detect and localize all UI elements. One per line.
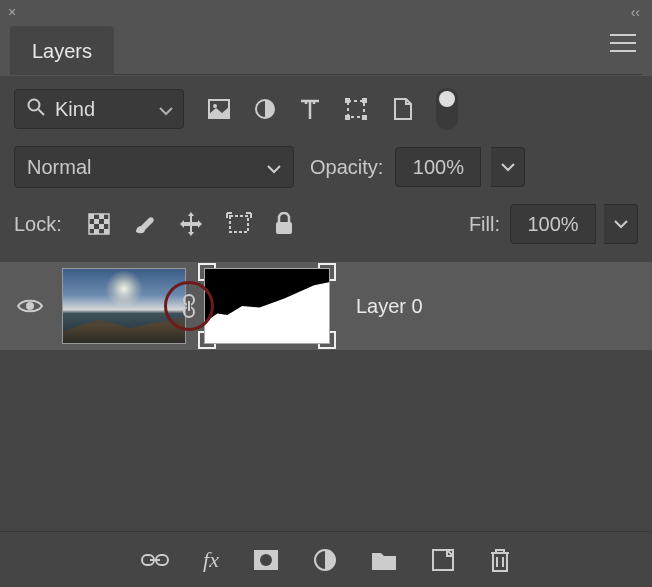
- filter-kind-label: Kind: [55, 98, 159, 121]
- filter-kind-dropdown[interactable]: Kind: [14, 89, 184, 129]
- filter-pixel-icon[interactable]: [208, 99, 230, 119]
- chevron-down-icon: [267, 156, 281, 179]
- layers-list: Layer 0: [0, 252, 652, 360]
- lock-row: Lock:: [0, 196, 652, 252]
- svg-rect-6: [362, 98, 367, 103]
- blend-mode-dropdown[interactable]: Normal: [14, 146, 294, 188]
- svg-point-20: [26, 302, 34, 310]
- panel-tabs: Layers: [0, 24, 652, 76]
- svg-rect-14: [89, 224, 94, 229]
- chevron-down-icon: [159, 98, 173, 121]
- svg-rect-13: [104, 219, 109, 224]
- svg-rect-17: [104, 229, 109, 234]
- filter-toggle[interactable]: [436, 88, 458, 130]
- lock-transparency-icon[interactable]: [88, 213, 110, 235]
- blend-row: Normal Opacity: 100%: [0, 138, 652, 196]
- filter-smartobject-icon[interactable]: [392, 97, 414, 121]
- panel-topbar: × ‹‹: [0, 0, 652, 24]
- lock-label: Lock:: [14, 213, 68, 236]
- lock-move-icon[interactable]: [178, 211, 204, 237]
- filter-shape-icon[interactable]: [344, 97, 368, 121]
- new-adjustment-icon[interactable]: [313, 548, 337, 572]
- close-icon[interactable]: ×: [8, 4, 16, 20]
- layers-bottom-toolbar: fx: [0, 531, 652, 587]
- mask-link-icon[interactable]: [164, 281, 214, 331]
- svg-point-27: [260, 554, 272, 566]
- svg-rect-7: [345, 115, 350, 120]
- svg-rect-16: [94, 229, 99, 234]
- panel-menu-icon[interactable]: [610, 34, 636, 52]
- panel-body: Kind: [0, 76, 652, 587]
- new-layer-icon[interactable]: [431, 548, 455, 572]
- opacity-label: Opacity:: [310, 156, 383, 179]
- svg-rect-19: [276, 222, 292, 234]
- filter-adjustment-icon[interactable]: [254, 98, 276, 120]
- new-group-icon[interactable]: [371, 549, 397, 571]
- svg-rect-5: [345, 98, 350, 103]
- svg-rect-12: [94, 219, 99, 224]
- filter-type-text-icon[interactable]: [300, 98, 320, 120]
- lock-artboard-icon[interactable]: [226, 212, 252, 236]
- opacity-value-input[interactable]: 100%: [395, 147, 481, 187]
- layer-row[interactable]: Layer 0: [0, 262, 652, 350]
- filter-type-icons: [208, 97, 414, 121]
- blend-mode-value: Normal: [27, 156, 267, 179]
- visibility-toggle-icon[interactable]: [10, 297, 50, 315]
- layer-mask-thumbnail[interactable]: [198, 263, 336, 349]
- search-icon: [27, 98, 45, 121]
- svg-point-2: [213, 104, 217, 108]
- tab-strip: [114, 24, 642, 75]
- lock-all-icon[interactable]: [274, 212, 294, 236]
- link-layers-icon[interactable]: [141, 552, 169, 568]
- lock-brush-icon[interactable]: [132, 212, 156, 236]
- layer-fx-icon[interactable]: fx: [203, 547, 219, 573]
- svg-rect-4: [348, 101, 364, 117]
- layer-name[interactable]: Layer 0: [356, 295, 423, 318]
- svg-point-0: [29, 99, 40, 110]
- fill-dropdown-button[interactable]: [604, 204, 638, 244]
- svg-rect-15: [99, 224, 104, 229]
- svg-rect-10: [89, 214, 94, 219]
- fill-value-input[interactable]: 100%: [510, 204, 596, 244]
- opacity-dropdown-button[interactable]: [491, 147, 525, 187]
- add-mask-icon[interactable]: [253, 549, 279, 571]
- collapse-icon[interactable]: ‹‹: [631, 4, 640, 20]
- fill-label: Fill:: [469, 213, 500, 236]
- svg-rect-8: [362, 115, 367, 120]
- layers-panel: × ‹‹ Layers Kind: [0, 0, 652, 587]
- layer-filter-row: Kind: [0, 76, 652, 138]
- svg-rect-11: [99, 214, 104, 219]
- lock-icons: [88, 211, 294, 237]
- svg-rect-18: [230, 216, 248, 232]
- tab-layers[interactable]: Layers: [10, 26, 114, 75]
- delete-layer-icon[interactable]: [489, 547, 511, 573]
